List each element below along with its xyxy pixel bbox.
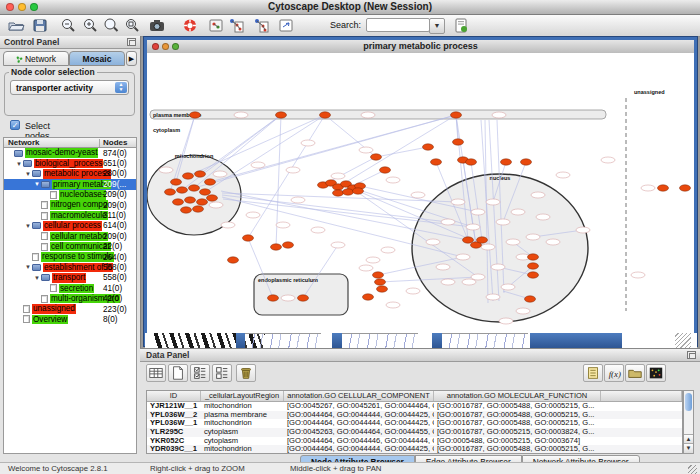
tree-column-nodes[interactable]: Nodes	[103, 138, 127, 147]
table-row[interactable]: YJR121W__1mitochondrion[GO:0045267, GO:0…	[147, 402, 682, 411]
expander-icon[interactable]: ▼	[24, 171, 32, 177]
network-label-node[interactable]	[441, 279, 455, 285]
tab-network[interactable]: Network	[3, 51, 69, 66]
tree-row-primary-metabo[interactable]: ▼primary metabo209(...	[4, 179, 136, 189]
search-dropdown-icon[interactable]: ▼	[429, 18, 445, 34]
background-window-border[interactable]	[432, 333, 442, 348]
select-attributes-icon[interactable]	[146, 364, 166, 382]
configure-search-icon[interactable]	[452, 17, 470, 34]
tree-row-unassigned[interactable]: unassigned223(0)	[4, 304, 136, 314]
matrix-icon[interactable]	[646, 364, 666, 382]
tab-mosaic[interactable]: Mosaic	[69, 51, 125, 66]
table-row[interactable]: YDR039C__1mitochondrion[GO:0044464, GO:0…	[147, 445, 682, 454]
network-label-node[interactable]	[213, 171, 227, 177]
network-label-node[interactable]	[546, 239, 560, 245]
network-node[interactable]	[423, 144, 434, 150]
network-label-node[interactable]	[301, 140, 315, 146]
snapshot-icon[interactable]	[148, 17, 166, 34]
network-node[interactable]	[320, 112, 331, 118]
network-node[interactable]	[200, 189, 211, 195]
network-label-node[interactable]	[506, 239, 520, 245]
network-node[interactable]	[380, 167, 391, 173]
network-node[interactable]	[195, 171, 206, 177]
network-label-node[interactable]	[501, 284, 515, 290]
network-label-node[interactable]	[531, 192, 545, 198]
zoom-out-icon[interactable]	[59, 17, 77, 34]
network-node[interactable]	[501, 159, 512, 165]
network-label-node[interactable]	[456, 254, 470, 260]
tree-column-network[interactable]: Network	[8, 138, 40, 147]
network-label-node[interactable]	[426, 239, 440, 245]
column-header[interactable]: annotation.GO MOLECULAR_FUNCTION	[434, 391, 601, 401]
network-node[interactable]	[183, 173, 194, 179]
background-window-border[interactable]	[332, 333, 342, 348]
tree-row-nitrogen-compo[interactable]: nitrogen compo209(0)	[4, 200, 136, 210]
table-scrollbar[interactable]: ▲ ▼	[683, 390, 694, 454]
network-label-node[interactable]	[486, 294, 500, 300]
tree-row-biological-process[interactable]: ▼biological_process651(0)	[4, 158, 136, 168]
network-node[interactable]	[353, 188, 364, 194]
tree-row-secretion[interactable]: secretion41(0)	[4, 283, 136, 293]
network-node[interactable]	[343, 189, 354, 195]
network-node[interactable]	[190, 112, 201, 118]
network-node[interactable]	[521, 159, 532, 165]
network-node[interactable]	[181, 207, 192, 213]
network-node[interactable]	[185, 197, 196, 203]
network-node[interactable]	[205, 179, 216, 185]
network-label-node[interactable]	[361, 112, 375, 118]
network-label-node[interactable]	[234, 112, 248, 118]
network-label-node[interactable]	[486, 199, 500, 205]
search-input[interactable]	[366, 18, 430, 32]
tree-row-establishment-of-lo[interactable]: ▼establishment of lo558(0)	[4, 262, 136, 272]
tree-row-multi-organism-pro[interactable]: multi-organism pro42(0)	[4, 293, 136, 303]
network-label-node[interactable]	[481, 244, 495, 250]
network-node[interactable]	[193, 206, 204, 212]
network-label-node[interactable]	[359, 147, 373, 153]
network-label-node[interactable]	[492, 112, 506, 118]
network-edge[interactable]	[338, 115, 456, 187]
network-label-node[interactable]	[381, 247, 395, 253]
column-header[interactable]: ID	[147, 391, 201, 401]
network-label-node[interactable]	[386, 302, 400, 308]
network-label-node[interactable]	[436, 264, 450, 270]
network-node[interactable]	[173, 199, 184, 205]
network-label-node[interactable]	[311, 227, 325, 233]
network-label-node[interactable]	[406, 288, 420, 294]
background-window-sliver[interactable]	[442, 333, 528, 348]
window-resize-grip[interactable]	[688, 465, 697, 474]
zoom-in-icon[interactable]	[81, 17, 99, 34]
network-label-node[interactable]	[526, 234, 540, 240]
expander-icon[interactable]: ▼	[24, 223, 32, 229]
tree-row-metabolic-process[interactable]: ▼metabolic process280(0)	[4, 169, 136, 179]
expander-icon[interactable]: ▼	[15, 161, 23, 167]
table-row[interactable]: YPL036W__2plasma membrane[GO:0044464, GO…	[147, 411, 682, 420]
network-node[interactable]	[243, 235, 254, 241]
network-node[interactable]	[371, 154, 382, 160]
network-label-node[interactable]	[386, 177, 400, 183]
network-label-node[interactable]	[491, 264, 505, 270]
network-label-node[interactable]	[601, 157, 615, 163]
tab-scroll-right-icon[interactable]: ▶	[126, 51, 137, 66]
background-window-sliver[interactable]	[245, 333, 321, 348]
zoom-fit-icon[interactable]	[102, 17, 120, 34]
expander-icon[interactable]: ▼	[33, 275, 41, 281]
scrollbar-thumb[interactable]	[685, 393, 692, 411]
network-node[interactable]	[463, 237, 474, 243]
network-label-node[interactable]	[631, 272, 645, 278]
network-node[interactable]	[268, 295, 279, 301]
float-panel-icon[interactable]	[127, 38, 136, 46]
float-panel-icon[interactable]	[687, 351, 696, 359]
network-label-node[interactable]	[556, 172, 570, 178]
network-node[interactable]	[228, 257, 239, 263]
network-node[interactable]	[431, 159, 442, 165]
network-node[interactable]	[165, 189, 176, 195]
background-window-border[interactable]	[236, 333, 245, 348]
network-node[interactable]	[451, 112, 462, 118]
network-label-node[interactable]	[499, 318, 513, 324]
network-label-node[interactable]	[331, 173, 345, 179]
column-header[interactable]	[601, 391, 682, 401]
tree-row-nucleobase-[interactable]: nucleobase-209(0)	[4, 190, 136, 200]
network-node[interactable]	[373, 272, 384, 278]
network-node[interactable]	[453, 139, 464, 145]
network-label-node[interactable]	[441, 219, 455, 225]
